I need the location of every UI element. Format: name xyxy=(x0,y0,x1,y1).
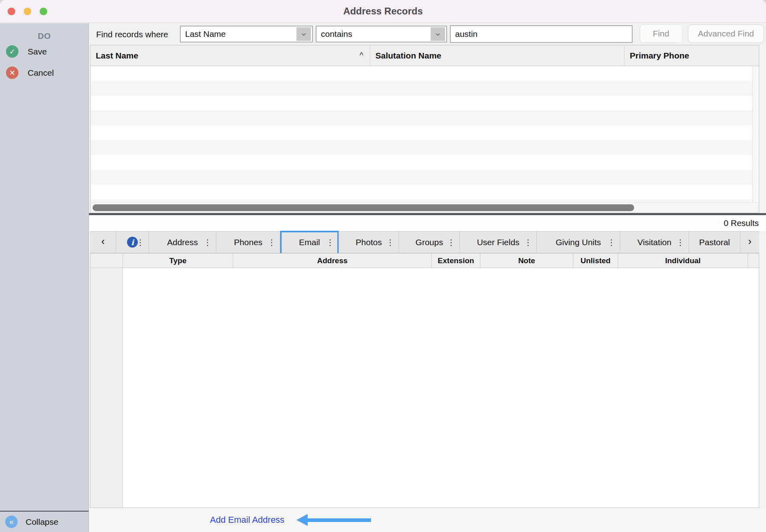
kebab-menu-icon[interactable]: ⋮ xyxy=(136,238,144,247)
vertical-scrollbar-track[interactable] xyxy=(752,66,759,202)
arrow-shaft xyxy=(308,518,371,522)
find-button[interactable]: Find xyxy=(640,24,682,43)
column-label: Unlisted xyxy=(581,256,611,265)
kebab-menu-icon[interactable]: ⋮ xyxy=(676,238,684,247)
results-table-header: Last Name ^ Salutation Name Primary Phon… xyxy=(91,45,759,66)
kebab-menu-icon[interactable]: ⋮ xyxy=(386,238,394,247)
app-window: Address Records DO ✓ Save ✕ Cancel « Col… xyxy=(0,0,766,532)
tab-label: Photos xyxy=(356,238,382,247)
tab-label: Address xyxy=(167,238,198,247)
column-header-primary-phone[interactable]: Primary Phone xyxy=(624,45,759,66)
column-label: Individual xyxy=(665,256,701,265)
horizontal-scrollbar-thumb[interactable] xyxy=(93,204,634,211)
save-button[interactable]: ✓ Save xyxy=(0,41,89,62)
tab-giving-units[interactable]: Giving Units ⋮ xyxy=(536,232,620,253)
column-label: Note xyxy=(518,256,535,265)
kebab-menu-icon[interactable]: ⋮ xyxy=(204,238,212,247)
column-header-salutation-name[interactable]: Salutation Name xyxy=(370,45,624,66)
tab-label: Visitation xyxy=(637,238,671,247)
minimize-window-icon[interactable] xyxy=(24,8,31,15)
column-label: Extension xyxy=(438,256,474,265)
email-detail-table: Type Address Extension Note Unlisted Ind… xyxy=(90,253,759,508)
horizontal-scrollbar-track[interactable] xyxy=(91,202,759,213)
results-table-body xyxy=(91,66,752,202)
tab-groups[interactable]: Groups ⋮ xyxy=(399,232,460,253)
results-table: Last Name ^ Salutation Name Primary Phon… xyxy=(90,45,759,213)
traffic-lights xyxy=(8,0,47,22)
double-chevron-left-icon: « xyxy=(5,516,18,528)
detail-footer: Add Email Address xyxy=(89,508,766,532)
operator-select[interactable]: contains ⌄ xyxy=(316,26,447,42)
window-title: Address Records xyxy=(343,6,423,17)
tabs-scroll-right-button[interactable]: › xyxy=(740,232,759,253)
tab-label: Pastoral xyxy=(699,238,730,247)
field-select[interactable]: Last Name ⌄ xyxy=(180,26,313,42)
kebab-menu-icon[interactable]: ⋮ xyxy=(447,238,455,247)
kebab-menu-icon[interactable]: ⋮ xyxy=(326,238,334,247)
tab-phones[interactable]: Phones ⋮ xyxy=(216,232,280,253)
collapse-label: Collapse xyxy=(26,517,58,527)
kebab-menu-icon[interactable]: ⋮ xyxy=(268,238,276,247)
chevron-down-icon: ⌄ xyxy=(434,30,442,34)
arrow-head xyxy=(296,514,308,526)
column-header-unlisted[interactable]: Unlisted xyxy=(573,254,618,268)
operator-select-value: contains xyxy=(316,29,431,39)
zoom-window-icon[interactable] xyxy=(40,8,47,15)
tab-email[interactable]: Email ⋮ xyxy=(280,232,339,253)
search-input[interactable] xyxy=(450,25,633,43)
save-label: Save xyxy=(28,47,47,56)
tab-label: Phones xyxy=(234,238,262,247)
tab-label: Giving Units xyxy=(556,238,601,247)
kebab-menu-icon[interactable]: ⋮ xyxy=(607,238,615,247)
column-label: Address xyxy=(317,256,347,265)
column-header-individual[interactable]: Individual xyxy=(618,254,748,268)
tab-label: User Fields xyxy=(477,238,519,247)
cross-icon: ✕ xyxy=(6,66,18,79)
column-header-type[interactable]: Type xyxy=(123,254,233,268)
tab-pastoral[interactable]: Pastoral xyxy=(689,232,740,253)
operator-select-chevron-button[interactable]: ⌄ xyxy=(431,27,445,41)
tab-address[interactable]: Address ⋮ xyxy=(149,232,216,253)
column-label: Last Name xyxy=(96,51,138,60)
detail-table-header: Type Address Extension Note Unlisted Ind… xyxy=(91,254,759,268)
field-select-chevron-button[interactable]: ⌄ xyxy=(296,27,311,41)
column-header-spacer xyxy=(748,254,759,268)
results-count-band: 0 Results xyxy=(89,215,766,231)
sort-ascending-icon: ^ xyxy=(360,51,363,60)
column-header-extension[interactable]: Extension xyxy=(431,254,480,268)
kebab-menu-icon[interactable]: ⋮ xyxy=(524,238,532,247)
row-handle-column-header xyxy=(91,254,123,268)
sidebar-header: DO xyxy=(0,31,89,41)
advanced-find-button[interactable]: Advanced Find xyxy=(688,24,764,43)
chevron-right-icon: › xyxy=(748,235,752,249)
chevron-down-icon: ⌄ xyxy=(300,30,308,34)
tab-visitation[interactable]: Visitation ⋮ xyxy=(620,232,689,253)
tab-user-fields[interactable]: User Fields ⋮ xyxy=(460,232,536,253)
annotation-arrow-left-icon xyxy=(296,508,371,532)
tab-label: Email xyxy=(299,238,320,247)
tab-info[interactable]: i ⋮ xyxy=(116,232,149,253)
results-count: 0 Results xyxy=(724,218,759,228)
close-window-icon[interactable] xyxy=(8,8,15,15)
column-label: Primary Phone xyxy=(630,51,689,60)
column-label: Type xyxy=(169,256,187,265)
tabs-scroll-left-button[interactable]: ‹ xyxy=(90,232,116,253)
column-label: Salutation Name xyxy=(375,51,441,60)
column-header-last-name[interactable]: Last Name ^ xyxy=(91,45,370,66)
cancel-button[interactable]: ✕ Cancel xyxy=(0,62,89,83)
tab-label: Groups xyxy=(415,238,443,247)
sidebar: DO ✓ Save ✕ Cancel « Collapse xyxy=(0,23,89,532)
cancel-label: Cancel xyxy=(28,68,54,78)
chevron-left-icon: ‹ xyxy=(101,235,105,249)
column-header-note[interactable]: Note xyxy=(480,254,573,268)
column-header-address[interactable]: Address xyxy=(233,254,431,268)
field-select-value: Last Name xyxy=(181,29,296,39)
row-handle-column xyxy=(91,268,123,508)
collapse-button[interactable]: « Collapse xyxy=(0,511,89,532)
tab-photos[interactable]: Photos ⋮ xyxy=(339,232,399,253)
detail-tab-bar: ‹ i ⋮ Address ⋮ Phones ⋮ Email ⋮ Photos … xyxy=(90,231,759,253)
find-records-where-label: Find records where xyxy=(96,30,168,39)
check-icon: ✓ xyxy=(6,45,18,58)
title-bar: Address Records xyxy=(0,0,766,23)
add-email-address-link[interactable]: Add Email Address xyxy=(210,508,284,532)
